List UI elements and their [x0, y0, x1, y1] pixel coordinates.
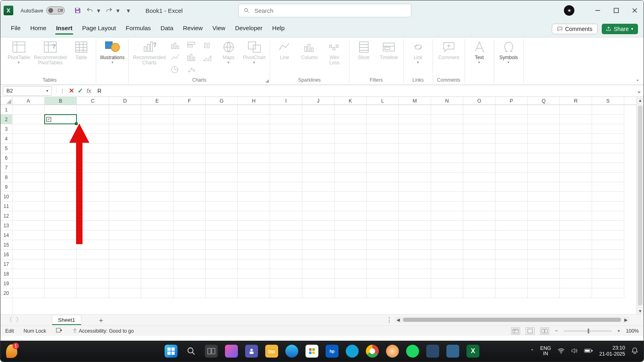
- cancel-edit-button[interactable]: ✕: [67, 86, 76, 95]
- timeline-button[interactable]: Timeline: [378, 40, 399, 60]
- row-header[interactable]: 16: [0, 250, 12, 259]
- qat-customize-icon[interactable]: ▾: [127, 7, 132, 14]
- row-header[interactable]: 2: [0, 115, 12, 124]
- row-header[interactable]: 1: [0, 105, 12, 115]
- taskbar-app-icon[interactable]: 1: [6, 344, 17, 358]
- scroll-down-icon[interactable]: ▼: [637, 308, 644, 314]
- app-icon-1[interactable]: [346, 345, 359, 358]
- horizontal-scrollbar[interactable]: ◀ ▶: [395, 317, 629, 323]
- column-header[interactable]: J: [302, 97, 334, 105]
- column-headers[interactable]: ABCDEFGHIJKLMNOPQRS: [12, 97, 636, 105]
- undo-button[interactable]: [85, 6, 95, 15]
- redo-dropdown-icon[interactable]: ▾: [116, 7, 121, 14]
- page-break-view-button[interactable]: [540, 327, 549, 335]
- tab-formulas[interactable]: Formulas: [121, 22, 156, 35]
- comments-button[interactable]: Comments: [552, 24, 598, 34]
- chart-gallery-2[interactable]: [186, 40, 198, 74]
- language-2[interactable]: IN: [543, 351, 548, 356]
- row-header[interactable]: 12: [0, 211, 12, 221]
- search-box[interactable]: [238, 4, 411, 17]
- account-avatar[interactable]: ✶: [564, 5, 574, 16]
- copilot-icon[interactable]: [225, 345, 238, 358]
- close-button[interactable]: [629, 8, 640, 13]
- row-headers[interactable]: 1234567891011121314151617181920: [0, 105, 12, 314]
- column-header[interactable]: H: [238, 97, 270, 105]
- maximize-button[interactable]: [611, 8, 622, 13]
- tab-home[interactable]: Home: [25, 22, 51, 35]
- select-all-button[interactable]: [0, 97, 12, 105]
- tab-developer[interactable]: Developer: [230, 22, 267, 35]
- undo-dropdown-icon[interactable]: ▾: [97, 7, 102, 14]
- column-header[interactable]: B: [45, 97, 77, 105]
- share-button[interactable]: Share ▾: [602, 24, 638, 34]
- new-sheet-button[interactable]: ＋: [97, 315, 105, 325]
- row-header[interactable]: 15: [0, 240, 12, 250]
- row-header[interactable]: 19: [0, 279, 12, 288]
- row-header[interactable]: 6: [0, 153, 12, 163]
- column-header[interactable]: N: [431, 97, 463, 105]
- column-header[interactable]: S: [592, 97, 624, 105]
- column-header[interactable]: I: [270, 97, 302, 105]
- formula-input[interactable]: R: [93, 88, 634, 94]
- tray-chevron-icon[interactable]: ˄: [531, 348, 534, 354]
- row-header[interactable]: 11: [0, 202, 12, 211]
- sheet-options-icon[interactable]: ⋮: [386, 316, 392, 324]
- redo-button[interactable]: [104, 6, 114, 15]
- app-icon-3[interactable]: [426, 345, 439, 358]
- start-button[interactable]: [165, 345, 178, 358]
- wifi-icon[interactable]: [557, 348, 565, 355]
- symbols-button[interactable]: Symbols▾: [498, 40, 519, 64]
- more-icon[interactable]: ⋮: [60, 88, 65, 94]
- formula-bar-expand-icon[interactable]: ⌄: [634, 87, 644, 95]
- tab-data[interactable]: Data: [156, 22, 178, 35]
- vertical-scrollbar[interactable]: ▲ ▼: [636, 97, 644, 314]
- insert-function-button[interactable]: fx: [85, 86, 93, 95]
- scroll-left-icon[interactable]: ◀: [395, 317, 401, 323]
- battery-icon[interactable]: [584, 348, 593, 354]
- minimize-button[interactable]: [592, 8, 603, 13]
- edge-icon[interactable]: [285, 345, 298, 358]
- file-explorer-icon[interactable]: [265, 345, 278, 358]
- row-header[interactable]: 20: [0, 288, 12, 298]
- hscroll-thumb[interactable]: [403, 318, 621, 322]
- name-box[interactable]: B2▾: [3, 86, 52, 96]
- row-header[interactable]: 4: [0, 134, 12, 144]
- notifications-icon[interactable]: [632, 347, 638, 356]
- chart-gallery-1[interactable]: [170, 40, 182, 74]
- tab-file[interactable]: File: [6, 22, 25, 35]
- ms-store-icon[interactable]: [305, 345, 318, 358]
- accessibility-status[interactable]: Accessibility: Good to go: [72, 328, 134, 334]
- pivottable-button[interactable]: PivotTable▾: [8, 40, 30, 64]
- tab-review[interactable]: Review: [178, 22, 208, 35]
- column-header[interactable]: O: [463, 97, 495, 105]
- page-layout-view-button[interactable]: [526, 327, 535, 335]
- recommended-pivottables-button[interactable]: ?Recommended PivotTables: [34, 40, 66, 66]
- teams-icon[interactable]: [245, 345, 258, 358]
- row-header[interactable]: 9: [0, 182, 12, 192]
- sheet-nav-next[interactable]: 〉: [14, 315, 24, 325]
- zoom-slider[interactable]: [564, 330, 612, 332]
- link-button[interactable]: Link▾: [408, 40, 429, 64]
- column-header[interactable]: G: [206, 97, 238, 105]
- sheet-tab-active[interactable]: Sheet1: [52, 315, 81, 325]
- excel-taskbar-icon[interactable]: X: [466, 345, 479, 358]
- scroll-up-icon[interactable]: ▲: [637, 97, 644, 103]
- macro-record-icon[interactable]: [56, 327, 62, 334]
- spotify-icon[interactable]: [406, 345, 419, 358]
- worksheet-grid[interactable]: 1234567891011121314151617181920 ABCDEFGH…: [0, 97, 644, 314]
- chart-gallery-3[interactable]: [202, 40, 214, 74]
- task-view-button[interactable]: [205, 345, 218, 358]
- tab-page-layout[interactable]: Page Layout: [77, 22, 121, 35]
- tab-insert[interactable]: Insert: [51, 22, 77, 35]
- column-header[interactable]: P: [495, 97, 528, 105]
- save-button[interactable]: [73, 6, 83, 15]
- scroll-right-icon[interactable]: ▶: [623, 317, 629, 323]
- slicer-button[interactable]: Slicer: [353, 40, 374, 60]
- maps-button[interactable]: Maps▾: [218, 40, 239, 64]
- row-header[interactable]: 3: [0, 124, 12, 134]
- row-header[interactable]: 7: [0, 163, 12, 173]
- row-header[interactable]: 5: [0, 144, 12, 153]
- row-header[interactable]: 13: [0, 221, 12, 230]
- pivotchart-button[interactable]: PivotChart▾: [243, 40, 266, 64]
- autosave-toggle[interactable]: AutoSave Off: [21, 6, 65, 14]
